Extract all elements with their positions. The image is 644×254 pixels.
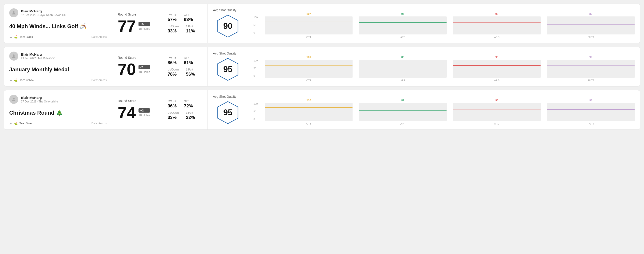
stat-updown: Up/Down33% [168, 111, 179, 120]
round-card-1: Blair McHarg12 Feb 2022 · Royal North De… [4, 3, 640, 43]
weather-icon: ☁ [9, 122, 12, 125]
y-label: 50 [254, 110, 258, 113]
bar-wrapper [359, 16, 447, 34]
user-info: Blair McHarg29 Jan 2022 · Mill Ride GCC [9, 52, 107, 61]
oneputt-value: 22% [186, 115, 195, 120]
bar-group-arg: 96ARG [453, 56, 541, 82]
bar-x-label: OTT [306, 79, 311, 82]
bar-bg [359, 60, 447, 78]
bar-wrapper [453, 16, 541, 34]
y-label: 100 [254, 16, 258, 19]
bar-fill-line [547, 65, 635, 66]
bar-x-label: PUTT [588, 122, 594, 125]
y-label: 100 [254, 59, 258, 62]
bag-icon: ⛳ [14, 122, 18, 125]
user-date-course: 29 Jan 2022 · Mill Ride GCC [21, 57, 55, 60]
bar-group-putt: 93PUTT [547, 99, 635, 125]
bar-wrapper [265, 16, 352, 34]
score-badge-holes: -218 Holes [138, 65, 150, 74]
avatar [9, 8, 18, 17]
stats-section: FW Hit86%GIR61%Up/Down78%1 Putt56% [162, 47, 207, 86]
score-badge: +2 [138, 108, 150, 113]
user-info: Blair McHarg27 Dec 2021 · The Oxfordshir… [9, 95, 107, 104]
bar-wrapper [359, 103, 447, 121]
stat-oneputt: 1 Putt56% [186, 68, 195, 77]
bar-value-label: 87 [401, 99, 404, 102]
bar-x-label: APP [400, 79, 405, 82]
quality-section: Avg Shot Quality 90 [208, 4, 248, 43]
stat-fw-hit: FW Hit86% [168, 57, 176, 65]
score-label: Round Score [118, 13, 156, 16]
bar-bg [453, 60, 541, 78]
holes-text: 18 Holes [138, 114, 150, 117]
bar-group-app: 95APP [359, 12, 447, 38]
bar-fill-line [265, 107, 352, 108]
bar-group-arg: 98ARG [453, 12, 541, 38]
hexagon-container: 95 [216, 57, 240, 82]
round-title: Christmas Round 🎄 [9, 110, 107, 116]
score-badge-holes: +518 Holes [138, 22, 150, 30]
gir-value: 61% [184, 60, 193, 65]
updown-label: Up/Down [168, 111, 179, 114]
bar-fill-line [453, 22, 541, 22]
bar-wrapper [453, 103, 541, 121]
score-section: Round Score74+218 Holes [112, 90, 162, 129]
y-label: 0 [254, 75, 258, 77]
gir-label: GIR [184, 100, 193, 103]
stat-gir: GIR61% [184, 57, 193, 65]
bar-bg [547, 60, 635, 78]
chart-y-labels: 100500 [254, 103, 258, 125]
bar-x-label: ARG [494, 79, 500, 82]
card-footer: ☁⛳Tee: BlueData: Arccos [9, 122, 107, 125]
avatar [9, 95, 18, 104]
user-name: Blair McHarg [21, 52, 55, 56]
bar-group-putt: 99PUTT [547, 56, 635, 82]
holes-text: 18 Holes [138, 27, 150, 30]
card-left-section: Blair McHarg29 Jan 2022 · Mill Ride GCCJ… [4, 47, 112, 86]
user-text: Blair McHarg29 Jan 2022 · Mill Ride GCC [21, 52, 55, 60]
svg-point-0 [13, 11, 14, 13]
bar-value-label: 98 [495, 12, 498, 15]
bar-wrapper [359, 60, 447, 78]
bar-value-label: 107 [306, 12, 311, 15]
user-info: Blair McHarg12 Feb 2022 · Royal North De… [9, 8, 107, 17]
oneputt-value: 56% [186, 72, 195, 77]
quality-label: Avg Shot Quality [213, 8, 236, 12]
score-section: Round Score77+518 Holes [112, 4, 162, 43]
y-label: 100 [254, 103, 258, 105]
bar-fill-line [547, 109, 635, 110]
svg-point-2 [13, 54, 14, 56]
quality-number: 90 [223, 21, 232, 31]
user-text: Blair McHarg27 Dec 2021 · The Oxfordshir… [21, 96, 58, 103]
fw-hit-value: 86% [168, 60, 176, 65]
quality-label: Avg Shot Quality [213, 95, 236, 98]
score-row: 77+518 Holes [118, 18, 156, 34]
score-row: 70-218 Holes [118, 61, 156, 77]
quality-number: 95 [223, 65, 232, 74]
bar-wrapper [265, 103, 352, 121]
bar-bg [265, 16, 352, 34]
bar-fill-line [359, 22, 447, 23]
data-source: Data: Arccos [91, 35, 107, 38]
round-title: January Monthly Medal [9, 66, 107, 73]
bar-group-app: 87APP [359, 99, 447, 125]
quality-label: Avg Shot Quality [213, 52, 236, 55]
hexagon-container: 90 [216, 14, 240, 38]
score-section: Round Score70-218 Holes [112, 47, 162, 86]
fw-hit-value: 57% [168, 17, 176, 22]
stats-section: FW Hit57%GIR83%Up/Down33%1 Putt11% [162, 4, 207, 43]
weather-icon: ☁ [9, 35, 12, 38]
bag-icon: ⛳ [14, 78, 18, 82]
quality-number: 95 [223, 108, 232, 117]
bar-x-label: PUTT [588, 79, 594, 82]
stats-section: FW Hit36%GIR72%Up/Down33%1 Putt22% [162, 90, 207, 129]
bar-fill-line [359, 110, 447, 111]
updown-value: 33% [168, 115, 179, 120]
card-left-section: Blair McHarg12 Feb 2022 · Royal North De… [4, 4, 112, 43]
bar-bg [359, 16, 447, 34]
bar-wrapper [265, 60, 352, 78]
score-badge: +5 [138, 22, 150, 26]
bar-fill-line [547, 24, 635, 24]
bar-chart: 100500101OTT86APP96ARG99PUTT [254, 55, 635, 82]
bar-group-app: 86APP [359, 56, 447, 82]
